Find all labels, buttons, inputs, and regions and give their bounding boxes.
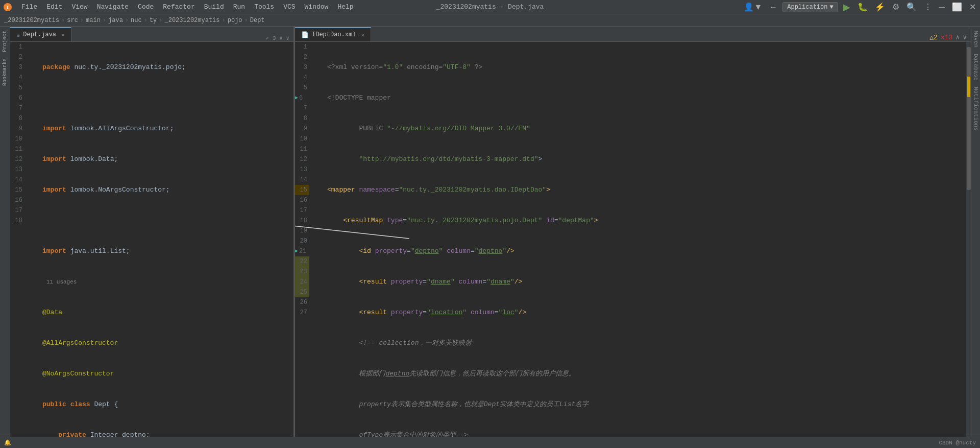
close-btn[interactable]: ✕ xyxy=(967,1,978,13)
xml-line-4: "http://mybatis.org/dtd/mybatis-3-mapper… xyxy=(327,154,971,164)
breadcrumb-main[interactable]: main xyxy=(86,17,101,24)
nav-up-icon[interactable]: ∧ xyxy=(955,33,960,41)
left-code-area[interactable]: 1 2 3 4 5 6 7 8 9 10 11 12 xyxy=(10,42,293,448)
close-dept-java-icon[interactable]: ✕ xyxy=(61,32,65,38)
nav-down-icon[interactable]: ∨ xyxy=(963,33,967,41)
right-gutter: 1 2 3 4 5 ▶6 7 8 9 10 11 12 13 xyxy=(295,42,323,448)
menu-view[interactable]: View xyxy=(67,2,91,12)
settings-btn[interactable]: ⚙ xyxy=(890,1,901,13)
line-11: public class Dept { xyxy=(42,399,293,410)
line-5: import lombok.NoArgsConstructor; xyxy=(42,185,293,195)
xml-line-6: <resultMap type="nuc.ty._20231202myatis.… xyxy=(327,216,971,226)
menu-build[interactable]: Build xyxy=(200,2,228,12)
left-pane-tabs: ☕ Dept.java ✕ ✓ 3 ∧ ∨ xyxy=(10,27,293,42)
app-dropdown[interactable]: Application ▼ xyxy=(782,2,838,12)
line-10: @NoArgsConstructor xyxy=(42,369,293,379)
xml-line-11: 根据部门deptno先读取部门信息，然后再读取这个部门所有的用户信息。 xyxy=(327,369,971,379)
line-3: import lombok.AllArgsConstructor; xyxy=(42,124,293,134)
xml-line-2: <!DOCTYPE mapper xyxy=(327,93,971,103)
left-editor-pane: ☕ Dept.java ✕ ✓ 3 ∧ ∨ 1 2 3 4 xyxy=(10,27,293,448)
maximize-btn[interactable]: ⬜ xyxy=(950,1,964,13)
app-dropdown-label: Application xyxy=(787,4,827,11)
debug-btn[interactable]: 🐛 xyxy=(855,1,870,13)
maven-panel-label[interactable]: Maven xyxy=(973,29,979,50)
tab-ideptdao-xml-label: IDeptDao.xml xyxy=(312,31,356,38)
menu-code[interactable]: Code xyxy=(134,2,158,12)
scrollbar-thumb[interactable] xyxy=(967,47,971,190)
undo-btn[interactable]: ← xyxy=(767,2,779,13)
toolbar-right: 👤▼ ← Application ▼ ▶ 🐛 ⚡ ⚙ 🔍 ⋮ ─ ⬜ ✕ xyxy=(742,1,978,14)
chevron-down-icon: ▼ xyxy=(829,4,833,11)
main-layout: Project Bookmarks ☕ Dept.java ✕ ✓ 3 ∧ ∨ xyxy=(0,27,980,448)
line-usages: 11 usages xyxy=(42,277,293,287)
xml-icon: 📄 xyxy=(301,31,309,39)
right-code-content[interactable]: <?xml version="1.0" encoding="UTF-8" ?> … xyxy=(323,42,971,448)
menu-edit[interactable]: Edit xyxy=(42,2,66,12)
breadcrumb-src[interactable]: src xyxy=(67,17,78,24)
window-title: _20231202myatis - Dept.java xyxy=(436,3,544,11)
line-7: import java.util.List; xyxy=(42,246,293,256)
line-8: @Data xyxy=(42,308,293,318)
bookmarks-icon[interactable]: Bookmarks xyxy=(1,56,9,88)
split-editor: ☕ Dept.java ✕ ✓ 3 ∧ ∨ 1 2 3 4 xyxy=(10,27,971,448)
line-6 xyxy=(42,216,293,226)
more-btn[interactable]: ⋮ xyxy=(922,1,934,13)
xml-line-5: <mapper namespace="nuc.ty._20231202myati… xyxy=(327,185,971,195)
menu-help[interactable]: Help xyxy=(333,2,357,12)
xml-line-7: <id property="deptno" column="deptno"/> xyxy=(327,246,971,256)
xml-line-12: property表示集合类型属性名称，也就是Dept实体类中定义的员工List名… xyxy=(327,399,971,410)
tab-dept-java[interactable]: ☕ Dept.java ✕ xyxy=(10,27,71,41)
app-logo: I xyxy=(2,2,13,13)
left-sidebar: Project Bookmarks xyxy=(0,27,10,448)
breadcrumb-root[interactable]: _20231202myatis xyxy=(4,17,59,24)
menu-window[interactable]: Window xyxy=(301,2,333,12)
breadcrumb-class[interactable]: Dept xyxy=(250,17,265,24)
close-ideptdao-xml-icon[interactable]: ✕ xyxy=(361,32,364,38)
menu-refactor[interactable]: Refactor xyxy=(159,2,199,12)
right-code-area[interactable]: 1 2 3 4 5 ▶6 7 8 9 10 11 12 13 xyxy=(295,42,971,448)
project-panel-icon[interactable]: Project xyxy=(1,29,9,54)
scrollbar-track[interactable] xyxy=(966,42,971,448)
minimize-btn[interactable]: ─ xyxy=(937,2,947,13)
right-sidebar: Maven Database Notifications xyxy=(971,27,980,448)
menu-tools[interactable]: Tools xyxy=(250,2,278,12)
right-pane-tabs: 📄 IDeptDao.xml ✕ △2 ✕13 ∧ ∨ xyxy=(295,27,971,42)
line-4: import lombok.Data; xyxy=(42,154,293,164)
menu-vcs[interactable]: VCS xyxy=(279,2,299,12)
left-code-content[interactable]: package nuc.ty._20231202myatis.pojo; imp… xyxy=(38,42,293,448)
breadcrumb-pojo[interactable]: pojo xyxy=(228,17,242,24)
xml-line-8: <result property="dname" column="dname"/… xyxy=(327,277,971,287)
xml-line-1: <?xml version="1.0" encoding="UTF-8" ?> xyxy=(327,62,971,73)
xml-line-3: PUBLIC "-//mybatis.org//DTD Mapper 3.0//… xyxy=(327,124,971,134)
breadcrumb-pkg[interactable]: _20231202myatis xyxy=(165,17,220,24)
tab-ideptdao-xml[interactable]: 📄 IDeptDao.xml ✕ xyxy=(295,27,371,41)
notifications-panel-label[interactable]: Notifications xyxy=(973,85,979,133)
xml-line-9: <result property="location" column="loc"… xyxy=(327,308,971,318)
breadcrumb-nuc[interactable]: nuc xyxy=(131,17,142,24)
svg-text:I: I xyxy=(6,5,9,11)
breadcrumb-java[interactable]: java xyxy=(108,17,123,24)
error-count-badge: ✕13 xyxy=(941,33,952,41)
breadcrumb-ty[interactable]: ty xyxy=(150,17,157,24)
coverage-btn[interactable]: ⚡ xyxy=(873,1,887,13)
database-panel-label[interactable]: Database xyxy=(973,52,979,83)
line-9: @AllArgsConstructor xyxy=(42,338,293,348)
left-gutter: 1 2 3 4 5 6 7 8 9 10 11 12 xyxy=(10,42,38,448)
search-btn[interactable]: 🔍 xyxy=(904,1,919,13)
editor-area: ☕ Dept.java ✕ ✓ 3 ∧ ∨ 1 2 3 4 xyxy=(10,27,971,448)
left-pane-info: ✓ 3 ∧ ∨ xyxy=(266,35,289,41)
status-info: 🔔 xyxy=(4,439,11,446)
menu-navigate[interactable]: Navigate xyxy=(93,2,133,12)
profile-btn[interactable]: 👤▼ xyxy=(742,1,764,13)
tab-dept-java-label: Dept.java xyxy=(23,31,56,38)
statusbar-right: CSDN @nucty xyxy=(939,440,976,446)
run-btn[interactable]: ▶ xyxy=(841,1,852,14)
menu-file[interactable]: File xyxy=(17,2,41,12)
line-2 xyxy=(42,93,293,103)
statusbar: 🔔 CSDN @nucty xyxy=(0,437,980,448)
menu-run[interactable]: Run xyxy=(229,2,249,12)
menubar: I File Edit View Navigate Code Refactor … xyxy=(0,0,980,14)
breadcrumb: _20231202myatis › src › main › java › nu… xyxy=(0,14,980,27)
line-1: package nuc.ty._20231202myatis.pojo; xyxy=(42,62,293,73)
warning-count-badge: △2 xyxy=(929,33,938,41)
